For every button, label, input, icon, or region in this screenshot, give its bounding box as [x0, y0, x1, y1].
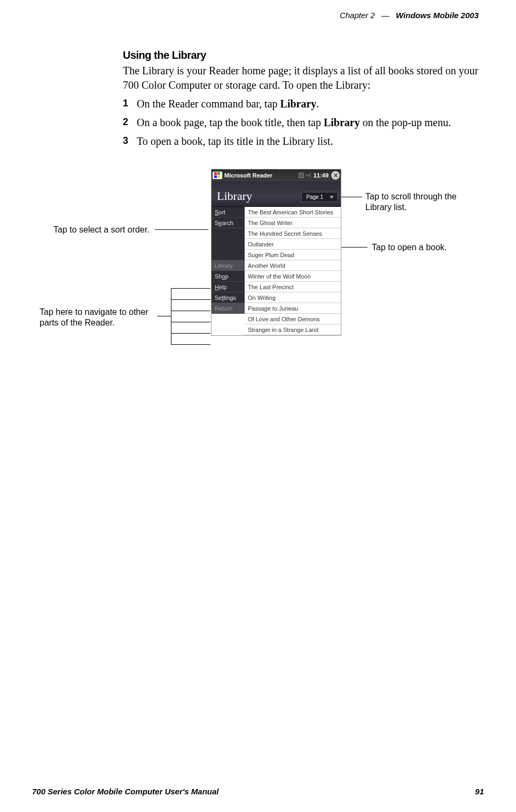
header-dash: —	[381, 11, 389, 20]
list-item[interactable]: The Ghost Writer	[245, 218, 341, 228]
step-number: 1	[123, 97, 137, 111]
sidebar-library: Library	[212, 260, 245, 271]
callout-line	[155, 229, 208, 230]
sidebar: Sort Search Library Shop Help Settings R…	[212, 207, 245, 335]
callout-sort: Tap to select a sort order.	[53, 225, 150, 235]
svg-rect-3	[217, 175, 220, 178]
callout-scroll: Tap to scroll through the Library list.	[365, 191, 462, 213]
sidebar-search[interactable]: Search	[212, 218, 245, 228]
list-item[interactable]: Another World	[245, 260, 341, 271]
page-footer: 700 Series Color Mobile Computer User's …	[32, 787, 484, 796]
callout-line	[341, 247, 368, 248]
svg-rect-2	[214, 175, 217, 178]
titlebar-app-name: Microsoft Reader	[224, 172, 299, 179]
speaker-icon[interactable]	[306, 173, 311, 178]
step-3: 3 To open a book, tap its title in the L…	[123, 134, 486, 149]
footer-page-number: 91	[475, 787, 484, 796]
header-chapter: Chapter 2	[340, 11, 375, 20]
list-item[interactable]: Passage to Juneau	[245, 303, 341, 314]
list-item[interactable]: The Last Precinct	[245, 282, 341, 292]
list-item[interactable]: On Writing	[245, 292, 341, 303]
device-titlebar: Microsoft Reader 11:49 ✕	[212, 169, 341, 181]
step-text: To open a book, tap its title in the Lib…	[137, 134, 486, 149]
callout-line	[171, 333, 210, 334]
library-body: Sort Search Library Shop Help Settings R…	[212, 207, 341, 335]
step-1: 1 On the Reader command bar, tap Library…	[123, 97, 486, 111]
header-title: Windows Mobile 2003	[396, 11, 479, 20]
callout-nav: Tap here to navigate to other parts of t…	[40, 307, 157, 328]
steps-list: 1 On the Reader command bar, tap Library…	[123, 97, 486, 149]
clock-text[interactable]: 11:49	[314, 172, 329, 179]
callout-line	[171, 311, 210, 311]
sidebar-return: Return	[212, 303, 245, 314]
callout-line	[341, 197, 362, 197]
callout-line	[157, 316, 171, 316]
connectivity-icon[interactable]	[299, 173, 304, 178]
section-title: Using the Library	[123, 49, 486, 61]
step-number: 3	[123, 134, 137, 149]
annotated-figure: Tap to select a sort order. Tap here to …	[85, 169, 502, 361]
library-title: Library	[217, 189, 252, 203]
svg-rect-0	[214, 172, 217, 175]
sidebar-help[interactable]: Help	[212, 282, 245, 292]
list-item[interactable]: Of Love and Other Demons	[245, 314, 341, 324]
device-screenshot: Microsoft Reader 11:49 ✕ Library Page 1 …	[211, 169, 341, 336]
callout-open: Tap to open a book.	[372, 242, 447, 253]
step-text: On a book page, tap the book title, then…	[137, 115, 486, 130]
callout-line	[171, 344, 210, 345]
sidebar-sort[interactable]: Sort	[212, 207, 245, 218]
callout-line	[171, 299, 210, 300]
list-item[interactable]: Outlander	[245, 239, 341, 250]
sidebar-shop[interactable]: Shop	[212, 271, 245, 282]
sidebar-settings[interactable]: Settings	[212, 292, 245, 303]
footer-manual-title: 700 Series Color Mobile Computer User's …	[32, 787, 219, 796]
library-header: Library Page 1	[212, 181, 341, 207]
list-item[interactable]: Winter of the Wolf Moon	[245, 271, 341, 282]
section-intro: The Library is your Reader home page; it…	[123, 64, 486, 92]
system-tray: 11:49 ✕	[299, 171, 340, 180]
running-header: Chapter 2 — Windows Mobile 2003	[32, 11, 479, 20]
svg-rect-1	[217, 172, 220, 175]
callout-line	[171, 288, 210, 289]
step-number: 2	[123, 115, 137, 130]
step-2: 2 On a book page, tap the book title, th…	[123, 115, 486, 130]
sidebar-spacer	[212, 228, 245, 260]
list-item[interactable]: Stranger in a Strange Land	[245, 324, 341, 335]
callout-line	[171, 322, 210, 322]
start-flag-icon[interactable]	[213, 172, 222, 179]
book-list: The Best American Short Stories The Ghos…	[245, 207, 341, 335]
list-item[interactable]: The Hundred Secret Senses	[245, 228, 341, 239]
step-text: On the Reader command bar, tap Library.	[137, 97, 486, 111]
callout-line	[171, 288, 171, 344]
list-item[interactable]: The Best American Short Stories	[245, 207, 341, 218]
close-icon[interactable]: ✕	[331, 171, 340, 180]
page-indicator[interactable]: Page 1	[301, 192, 338, 202]
list-item[interactable]: Suger Plum Dead	[245, 250, 341, 260]
